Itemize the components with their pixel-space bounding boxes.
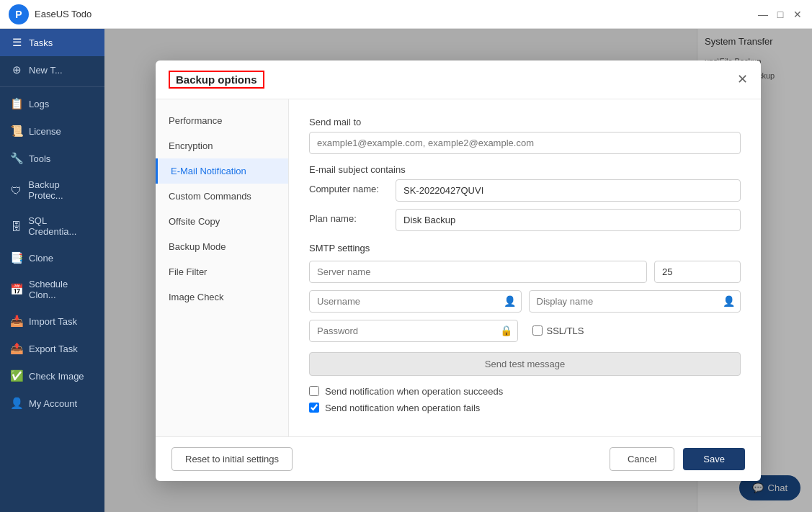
sidebar-label-schedule-clone: Schedule Clon... [29, 279, 94, 300]
ssl-checkbox[interactable] [532, 325, 543, 336]
sql-icon: 🗄 [10, 220, 22, 233]
modal-footer: Reset to initial settings Cancel Save [156, 436, 761, 481]
sidebar-label-export-task: Export Task [29, 343, 78, 354]
computer-name-input[interactable] [396, 179, 741, 202]
send-mail-input[interactable] [309, 132, 741, 154]
modal-title: Backup options [169, 71, 264, 89]
email-subject-label: E-mail subject contains [309, 164, 741, 175]
send-test-button[interactable]: Send test message [309, 352, 741, 376]
smtp-section-title: SMTP settings [309, 243, 741, 253]
sidebar-item-clone[interactable]: 📑 Clone [0, 244, 104, 271]
title-bar: P EaseUS Todo — □ ✕ [0, 0, 812, 29]
notify-success-checkbox[interactable] [309, 386, 319, 396]
password-wrap: 🔒 [309, 320, 518, 342]
sidebar-item-export-task[interactable]: 📤 Export Task [0, 335, 104, 362]
nav-item-encryption[interactable]: Encryption [156, 133, 288, 158]
sidebar-label-backup-protec: Backup Protec... [28, 179, 94, 201]
ssl-label: SSL/TLS [547, 325, 584, 336]
schedule-icon: 📅 [10, 283, 23, 296]
app-logo: P [9, 4, 29, 24]
app-container: P EaseUS Todo — □ ✕ ☰ Tasks ⊕ New T... 📋… [0, 0, 812, 512]
nav-item-performance[interactable]: Performance [156, 108, 288, 133]
app-body: ☰ Tasks ⊕ New T... 📋 Logs 📜 License 🔧 To… [0, 29, 812, 512]
sidebar-item-sql-credentia[interactable]: 🗄 SQL Credentia... [0, 208, 104, 244]
notify-fail-checkbox[interactable] [309, 403, 319, 413]
username-input[interactable] [309, 290, 522, 313]
notify-success-label: Send notification when operation succeed… [325, 386, 503, 397]
export-icon: 📤 [10, 342, 23, 355]
modal-body: Performance Encryption E-Mail Notificati… [156, 99, 761, 436]
main-content: System Transfer ups\File Backup ups\Syst… [104, 29, 812, 512]
check-image-icon: ✅ [10, 369, 23, 382]
import-icon: 📥 [10, 315, 23, 328]
clone-icon: 📑 [10, 251, 23, 264]
sidebar-item-check-image[interactable]: ✅ Check Image [0, 362, 104, 390]
ssl-row: SSL/TLS [525, 325, 741, 336]
license-icon: 📜 [10, 125, 23, 138]
lock-icon: 🔒 [500, 325, 512, 336]
port-input[interactable] [654, 261, 741, 283]
minimize-button[interactable]: — [757, 9, 769, 20]
nav-item-email-notification[interactable]: E-Mail Notification [156, 158, 288, 184]
sidebar-label-sql-credentia: SQL Credentia... [28, 215, 94, 237]
nav-item-offsite-copy[interactable]: Offsite Copy [156, 209, 288, 234]
sidebar-item-tasks[interactable]: ☰ Tasks [0, 29, 104, 56]
nav-item-custom-commands[interactable]: Custom Commands [156, 184, 288, 209]
app-title: EaseUS Todo [35, 9, 92, 19]
modal-close-button[interactable]: ✕ [737, 71, 748, 87]
cancel-button[interactable]: Cancel [610, 447, 674, 471]
modal-header: Backup options ✕ [156, 60, 761, 99]
window-controls: — □ ✕ [757, 9, 803, 20]
send-mail-label: Send mail to [309, 117, 741, 127]
username-displayname-row: 👤 👤 [309, 290, 741, 313]
sidebar: ☰ Tasks ⊕ New T... 📋 Logs 📜 License 🔧 To… [0, 29, 104, 512]
server-port-row [309, 261, 741, 283]
sidebar-label-clone: Clone [29, 253, 53, 264]
maximize-button[interactable]: □ [775, 9, 786, 20]
modal-nav: Performance Encryption E-Mail Notificati… [156, 99, 289, 436]
nav-item-backup-mode[interactable]: Backup Mode [156, 234, 288, 259]
display-name-wrap: 👤 [529, 290, 741, 313]
modal-content-area: Send mail to E-mail subject contains Com… [289, 99, 761, 436]
tools-icon: 🔧 [10, 152, 23, 165]
computer-name-label: Computer name: [309, 184, 396, 194]
sidebar-item-logs[interactable]: 📋 Logs [0, 90, 104, 117]
logs-icon: 📋 [10, 97, 23, 110]
backup-protect-icon: 🛡 [10, 184, 22, 197]
plan-name-label: Plan name: [309, 213, 396, 224]
sidebar-item-tools[interactable]: 🔧 Tools [0, 145, 104, 172]
computer-name-row: Computer name: [309, 179, 741, 202]
sidebar-label-import-task: Import Task [29, 316, 77, 327]
sidebar-label-tasks: Tasks [29, 37, 53, 48]
sidebar-item-backup-protec[interactable]: 🛡 Backup Protec... [0, 172, 104, 208]
modal-overlay: Backup options ✕ Performance Encryption … [104, 29, 812, 512]
nav-item-file-filter[interactable]: File Filter [156, 259, 288, 284]
notify-success-row: Send notification when operation succeed… [309, 386, 741, 397]
sidebar-label-license: License [29, 126, 61, 137]
close-app-button[interactable]: ✕ [792, 9, 803, 20]
sidebar-label-my-account: My Account [29, 398, 77, 409]
plan-name-input[interactable] [396, 209, 741, 231]
display-user-icon: 👤 [723, 295, 735, 307]
sidebar-item-license[interactable]: 📜 License [0, 117, 104, 145]
sidebar-item-schedule-clone[interactable]: 📅 Schedule Clon... [0, 271, 104, 307]
server-name-input[interactable] [309, 261, 647, 283]
sidebar-label-tools: Tools [29, 153, 50, 164]
user-icon: 👤 [504, 295, 516, 307]
sidebar-label-check-image: Check Image [29, 371, 84, 382]
save-button[interactable]: Save [683, 448, 745, 470]
notify-fail-label: Send notification when operation fails [325, 403, 480, 413]
display-name-input[interactable] [529, 290, 741, 313]
sidebar-label-logs: Logs [29, 99, 49, 109]
sidebar-item-my-account[interactable]: 👤 My Account [0, 390, 104, 417]
sidebar-item-new-task[interactable]: ⊕ New T... [0, 56, 104, 84]
nav-item-image-check[interactable]: Image Check [156, 284, 288, 310]
backup-options-modal: Backup options ✕ Performance Encryption … [156, 60, 761, 481]
new-task-icon: ⊕ [10, 63, 23, 76]
password-input[interactable] [309, 320, 518, 342]
reset-button[interactable]: Reset to initial settings [171, 447, 293, 471]
notify-fail-row: Send notification when operation fails [309, 403, 741, 413]
sidebar-item-import-task[interactable]: 📥 Import Task [0, 307, 104, 335]
password-ssl-row: 🔒 SSL/TLS [309, 320, 741, 342]
sidebar-label-new-task: New T... [29, 65, 63, 76]
